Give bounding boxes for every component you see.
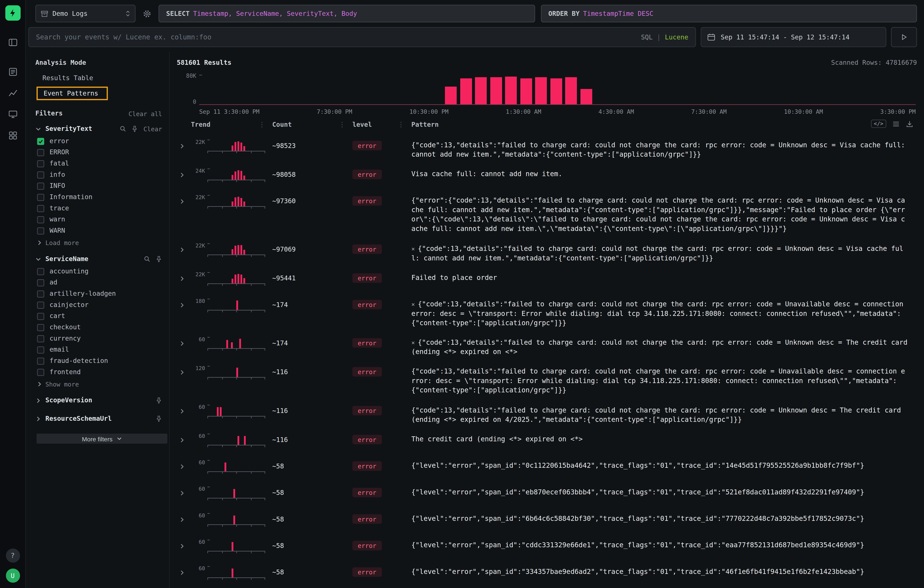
chart-explorer-icon[interactable]	[4, 86, 21, 101]
sidebar-toggle-icon[interactable]	[4, 35, 21, 50]
pin-icon[interactable]	[132, 125, 138, 132]
filter-option[interactable]: warn	[35, 214, 165, 225]
row-density-icon[interactable]	[892, 120, 900, 127]
exclude-pattern-icon[interactable]: ×	[411, 301, 415, 308]
filter-option[interactable]: currency	[35, 333, 165, 344]
filter-option[interactable]: WARN	[35, 225, 165, 236]
histogram-bar[interactable]	[535, 77, 547, 104]
checkbox[interactable]	[37, 301, 44, 308]
checkbox[interactable]	[37, 324, 44, 331]
checkbox[interactable]	[37, 160, 44, 167]
expand-row-icon[interactable]	[177, 341, 191, 346]
dashboards-icon[interactable]	[4, 128, 21, 143]
table-row[interactable]: 24K~98058errorVisa cache full: cannot ad…	[177, 163, 917, 190]
filter-show-more[interactable]: Show more	[35, 378, 165, 389]
column-header-trend[interactable]: Trend⋮	[191, 121, 272, 128]
filter-option[interactable]: info	[35, 169, 165, 180]
filter-option[interactable]: cainjector	[35, 299, 165, 310]
table-row[interactable]: 22K~97069error×{"code":13,"details":"fai…	[177, 238, 917, 267]
checkbox[interactable]	[37, 335, 44, 342]
histogram-bar[interactable]	[475, 77, 487, 104]
source-settings-button[interactable]	[142, 9, 153, 18]
checkbox[interactable]	[37, 183, 44, 189]
pin-icon[interactable]	[155, 415, 162, 422]
expand-row-icon[interactable]	[177, 463, 191, 469]
filter-option[interactable]: accounting	[35, 266, 165, 277]
checkbox[interactable]	[37, 193, 44, 201]
checkbox[interactable]	[37, 149, 44, 156]
column-menu-icon[interactable]: ⋮	[339, 121, 345, 128]
user-avatar[interactable]: U	[6, 568, 20, 583]
column-header-count[interactable]: Count⋮	[272, 121, 352, 128]
checkbox[interactable]	[37, 205, 44, 212]
sql-query-editor[interactable]: SELECT Timestamp, ServiceName, SeverityT…	[158, 5, 535, 23]
search-logs-icon[interactable]	[4, 64, 21, 79]
expand-row-icon[interactable]	[177, 517, 191, 522]
expand-row-icon[interactable]	[177, 302, 191, 308]
filter-option[interactable]: ad	[35, 277, 165, 288]
search-icon[interactable]	[120, 125, 126, 132]
histogram-bar[interactable]	[565, 77, 577, 104]
filter-option[interactable]: ERROR	[35, 147, 165, 158]
histogram-bar[interactable]	[505, 77, 517, 104]
checkbox[interactable]	[37, 369, 44, 376]
histogram-bar[interactable]	[520, 78, 532, 104]
filter-option[interactable]: error	[35, 135, 165, 147]
histogram-bar[interactable]	[490, 77, 502, 104]
expand-row-icon[interactable]	[177, 408, 191, 414]
filter-option[interactable]: artillery-loadgen	[35, 288, 165, 300]
expand-row-icon[interactable]	[177, 490, 191, 496]
expand-row-icon[interactable]	[177, 199, 191, 204]
exclude-pattern-icon[interactable]: ×	[411, 339, 415, 346]
filter-option[interactable]: frontend	[35, 366, 165, 378]
help-button[interactable]: ?	[6, 548, 20, 563]
table-row[interactable]: 180~174error×{"code":13,"details":"faile…	[177, 293, 917, 332]
histogram-bar[interactable]	[580, 89, 592, 104]
table-row[interactable]: 60~58error{"level":"error","span_id":"0c…	[177, 455, 917, 481]
order-by-editor[interactable]: ORDER BY TimestampTime DESC	[541, 5, 917, 23]
table-row[interactable]: 60~116error{"code":13,"details":"failed …	[177, 399, 917, 428]
checkbox[interactable]	[37, 313, 44, 320]
table-row[interactable]: 60~58error{"level":"error","span_id":"eb…	[177, 481, 917, 507]
filter-option[interactable]: Information	[35, 191, 165, 203]
pin-icon[interactable]	[155, 256, 162, 262]
filter-option[interactable]: checkout	[35, 322, 165, 333]
table-row[interactable]: 22K~98523error{"code":13,"details":"fail…	[177, 134, 917, 163]
checkbox[interactable]	[37, 346, 44, 353]
column-header-level[interactable]: level⋮	[352, 121, 411, 128]
filter-clear-button[interactable]: Clear	[144, 125, 162, 132]
checkbox[interactable]	[37, 279, 44, 286]
sessions-monitor-icon[interactable]	[4, 107, 21, 122]
code-view-icon[interactable]: </>	[871, 120, 886, 128]
expand-row-icon[interactable]	[177, 370, 191, 376]
expand-row-icon[interactable]	[177, 247, 191, 252]
column-menu-icon[interactable]: ⋮	[398, 121, 404, 128]
exclude-pattern-icon[interactable]: ×	[411, 245, 415, 252]
checkbox[interactable]	[37, 227, 44, 234]
table-row[interactable]: 60~58error{"level":"error","span_id":"6b…	[177, 507, 917, 534]
mode-results-table[interactable]: Results Table	[36, 72, 99, 84]
histogram-bar[interactable]	[460, 78, 472, 104]
mode-sql[interactable]: SQL	[641, 33, 653, 41]
filter-show-more[interactable]: Load more	[35, 236, 165, 247]
mode-event-patterns[interactable]: Event Patterns	[36, 87, 108, 100]
expand-row-icon[interactable]	[177, 570, 191, 575]
search-input[interactable]	[36, 33, 635, 41]
filter-option[interactable]: INFO	[35, 180, 165, 191]
histogram-bar[interactable]	[445, 87, 457, 104]
clear-all-filters-button[interactable]: Clear all	[129, 110, 162, 117]
date-range-picker[interactable]: Sep 11 15:47:14 - Sep 12 15:47:14	[701, 27, 886, 47]
table-row[interactable]: 60~58error{"level":"error","span_id":"b9…	[177, 587, 917, 588]
mode-lucene[interactable]: Lucene	[665, 33, 688, 41]
table-row[interactable]: 120~116error{"code":13,"details":"failed…	[177, 361, 917, 399]
filter-group-header[interactable]: SeverityTextClear	[35, 123, 165, 135]
histogram-bar[interactable]	[550, 78, 562, 104]
checkbox[interactable]	[37, 138, 44, 145]
filter-option[interactable]: email	[35, 344, 165, 355]
expand-row-icon[interactable]	[177, 543, 191, 549]
checkbox[interactable]	[37, 216, 44, 223]
search-icon[interactable]	[144, 256, 150, 262]
run-query-button[interactable]	[891, 27, 917, 47]
checkbox[interactable]	[37, 290, 44, 297]
table-row[interactable]: 60~116errorThe credit card (ending <*> e…	[177, 428, 917, 455]
